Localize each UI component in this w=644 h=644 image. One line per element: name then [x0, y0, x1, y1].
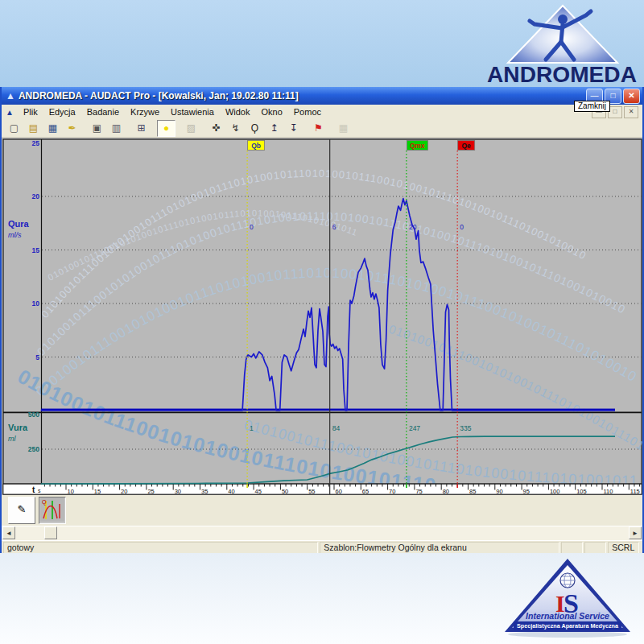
ruler-tick-label: 30	[175, 488, 181, 495]
new-document-button[interactable]: ▢	[5, 120, 23, 137]
volume-axis-title: Vura	[8, 423, 28, 432]
menu-pomoc[interactable]: Pomoc	[288, 106, 327, 118]
mdi-close-button[interactable]: ✕	[624, 106, 638, 118]
ruler-tick-label: 50	[282, 488, 288, 495]
marker-volume-value-Qe: 335	[460, 424, 471, 432]
print-button[interactable]: ▣	[88, 120, 106, 137]
marker-flag-label-Qb: Qb	[251, 142, 261, 150]
time-axis-unit: s	[38, 488, 41, 493]
copy-button[interactable]: ⊞	[132, 120, 151, 137]
exam-flow-curve-button[interactable]: Q	[39, 497, 66, 524]
marker-curve-down-icon: ↧	[289, 122, 297, 134]
mdi-child-icon: ▲	[6, 108, 14, 117]
chart-area[interactable]: 0101001011100101010010111010100101110101…	[2, 138, 642, 495]
flow-axis-title: Qura	[8, 219, 30, 229]
toolbar-separator	[126, 121, 132, 136]
close-button[interactable]: ✕	[623, 89, 640, 104]
menu-widok[interactable]: Widok	[220, 106, 256, 118]
status-scroll-lock: SCRL	[608, 542, 639, 554]
flow-ytick-label: 15	[32, 246, 40, 254]
status-ready: gotowy	[3, 542, 318, 554]
andromeda-logo: ANDROMEDA	[485, 3, 639, 85]
title-bar[interactable]: ▲ ANDROMEDA - AUDACT Pro - [Kowalski, Ja…	[2, 87, 642, 105]
toolbar-separator	[151, 121, 157, 136]
tool-disabled-icon: ▨	[187, 122, 196, 134]
status-panel-2	[584, 542, 606, 554]
tool-disabled-button: ▨	[182, 120, 200, 137]
ruler-tick-label: 95	[523, 488, 530, 495]
pencil-icon: ✎	[18, 503, 27, 515]
ruler-tick-label: 40	[228, 488, 234, 495]
ruler-tick-label: 15	[94, 488, 101, 495]
marker-curve-down-button[interactable]: ↧	[284, 120, 303, 137]
menu-badanie[interactable]: Badanie	[81, 106, 125, 118]
exam-notes-button[interactable]: ✎	[8, 497, 35, 524]
auto-analysis-button[interactable]: ↯	[226, 120, 245, 137]
copy-icon: ⊞	[137, 122, 145, 134]
marker-curve-up-button[interactable]: ↥	[265, 120, 283, 137]
print-preview-button[interactable]: ▥	[107, 120, 126, 137]
menu-krzywe[interactable]: Krzywe	[125, 106, 165, 118]
scroll-right-arrow[interactable]: ►	[629, 526, 642, 539]
volume-ytick-label: 500	[28, 411, 39, 419]
volume-axis-unit: ml	[8, 435, 16, 443]
ruler-tick-label: 115	[630, 488, 640, 495]
marker-flag-label-Qmx: Qmx	[410, 142, 425, 150]
ruler-tick-label: 105	[576, 488, 587, 495]
marker-flow-value-Qe: 0	[460, 223, 464, 231]
flag-marker-icon: ⚑	[314, 122, 323, 134]
key-access-button[interactable]: ✒	[63, 120, 81, 137]
toolbar: ▢▤▦✒▣▥⊞●▨✜↯Ϙ↥↧⚑▦	[2, 119, 642, 138]
calibration-scale-button[interactable]: ✜	[207, 120, 225, 137]
zoom-button[interactable]: Ϙ	[246, 120, 264, 137]
top-banner: ANDROMEDA	[0, 0, 644, 87]
ruler-tick-label: 70	[389, 488, 395, 495]
horizontal-scrollbar[interactable]: ◄ ►	[2, 526, 642, 540]
app-window: ▲ ANDROMEDA - AUDACT Pro - [Kowalski, Ja…	[0, 87, 644, 553]
hint-lightbulb-button[interactable]: ●	[157, 120, 175, 137]
marker-flow-value-cursor: 6	[332, 223, 336, 231]
save-icon: ▦	[48, 122, 57, 134]
calibration-scale-icon: ✜	[212, 122, 220, 134]
flag-marker-button[interactable]: ⚑	[309, 120, 328, 137]
flow-ytick-label: 5	[35, 353, 39, 361]
ruler-tick-label: 10	[68, 488, 74, 495]
menu-ustawienia[interactable]: Ustawienia	[165, 106, 220, 118]
save-button[interactable]: ▦	[43, 120, 62, 137]
toolbar-separator	[82, 121, 88, 136]
key-access-icon: ✒	[68, 122, 76, 134]
ruler-tick-label: 35	[201, 488, 208, 495]
app-icon: ▲	[6, 90, 15, 101]
menu-edycja[interactable]: Edycja	[43, 106, 81, 118]
flow-axis-unit: ml/s	[8, 231, 22, 239]
status-template: Szablon:Flowmetry Ogólny dla ekranu	[320, 542, 559, 554]
flow-ytick-label: 25	[32, 139, 40, 147]
marker-volume-value-cursor: 84	[332, 424, 341, 432]
hint-lightbulb-icon: ●	[163, 122, 169, 134]
new-document-icon: ▢	[10, 122, 19, 134]
pattern-disabled-button: ▦	[334, 120, 353, 137]
zoom-icon: Ϙ	[251, 122, 258, 134]
marker-volume-value-Qb: 1	[250, 424, 254, 432]
menu-okno[interactable]: Okno	[255, 106, 287, 118]
andromeda-wordmark: ANDROMEDA	[487, 63, 637, 85]
globe-icon	[560, 573, 575, 588]
scroll-thumb[interactable]	[44, 526, 57, 539]
open-file-button[interactable]: ▤	[24, 120, 43, 137]
ruler-tick-label: 90	[496, 488, 502, 495]
open-file-icon: ▤	[29, 122, 38, 134]
print-preview-icon: ▥	[112, 122, 121, 134]
toolbar-separator	[328, 121, 334, 136]
toolbar-separator	[303, 121, 309, 136]
scroll-left-arrow[interactable]: ◄	[2, 526, 15, 539]
exam-thumbnail-row: ✎ Q	[2, 495, 642, 526]
marker-volume-value-Qmx: 247	[409, 424, 420, 432]
flow-ytick-label: 10	[32, 299, 40, 308]
marker-flag-label-Qe: Qe	[462, 142, 472, 150]
menu-bar: ▲ PlikEdycjaBadanieKrzyweUstawieniaWidok…	[2, 105, 642, 119]
flow-ytick-label: 20	[32, 192, 40, 200]
menu-plik[interactable]: Plik	[18, 106, 43, 118]
bottom-banner: I S International Service Specjalistyczn…	[0, 553, 644, 644]
international-service-logo: I S International Service Specjalistyczn…	[502, 557, 633, 639]
ruler-tick-label: 75	[415, 488, 422, 495]
